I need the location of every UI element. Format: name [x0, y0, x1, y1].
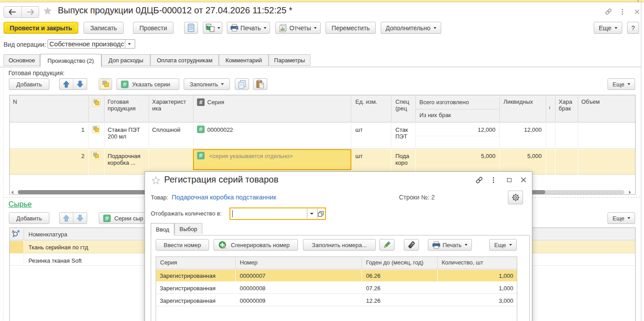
svg-text:B: B — [17, 230, 20, 233]
svg-text:A: A — [223, 245, 226, 249]
